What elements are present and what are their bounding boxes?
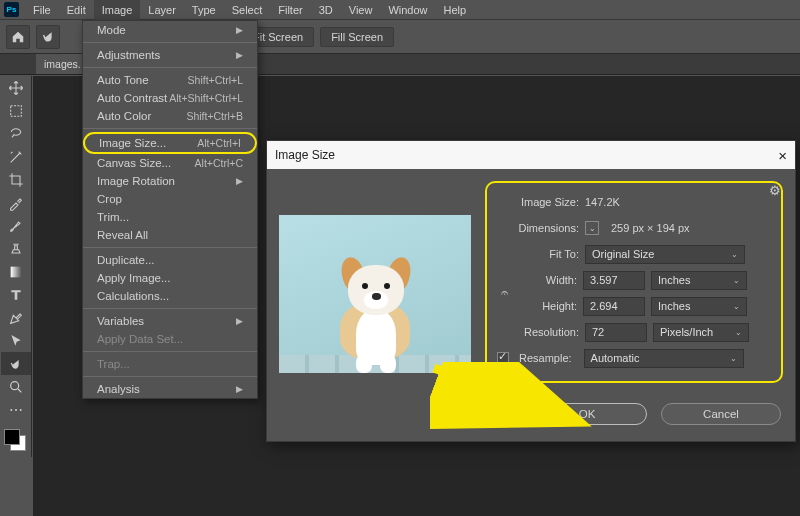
type-tool-icon[interactable] (1, 283, 31, 306)
document-tab[interactable]: images. (36, 54, 89, 74)
menu-layer[interactable]: Layer (140, 0, 184, 20)
menu-select[interactable]: Select (224, 0, 271, 20)
pen-tool-icon[interactable] (1, 306, 31, 329)
brush-tool-icon[interactable] (1, 214, 31, 237)
menu-item-image-rotation[interactable]: Image Rotation▶ (83, 172, 257, 190)
menu-item-crop[interactable]: Crop (83, 190, 257, 208)
toolbar-more-icon[interactable]: ⋯ (1, 398, 31, 421)
image-size-value: 147.2K (585, 196, 620, 208)
menu-item-duplicate[interactable]: Duplicate... (83, 251, 257, 269)
menu-item-apply-image[interactable]: Apply Image... (83, 269, 257, 287)
dimensions-label: Dimensions: (497, 222, 579, 234)
resolution-input[interactable]: 72 (585, 323, 647, 342)
resolution-unit-select[interactable]: Pixels/Inch⌄ (653, 323, 749, 342)
move-tool-icon[interactable] (1, 76, 31, 99)
foreground-color-swatch[interactable] (4, 429, 20, 445)
svg-rect-1 (10, 266, 21, 277)
image-size-label: Image Size: (497, 196, 579, 208)
magic-wand-tool-icon[interactable] (1, 145, 31, 168)
puppy-illustration (320, 253, 430, 373)
menu-item-mode[interactable]: Mode▶ (83, 21, 257, 39)
menu-item-variables[interactable]: Variables▶ (83, 312, 257, 330)
menu-view[interactable]: View (341, 0, 381, 20)
fill-screen-button[interactable]: Fill Screen (320, 27, 394, 47)
dialog-titlebar: Image Size × (267, 141, 795, 169)
settings-panel: Image Size: 147.2K Dimensions: ⌄ 259 px … (485, 181, 783, 383)
lasso-tool-icon[interactable] (1, 122, 31, 145)
zoom-tool-icon[interactable] (1, 375, 31, 398)
menu-item-trap: Trap... (83, 355, 257, 373)
image-menu-dropdown: Mode▶ Adjustments▶ Auto ToneShift+Ctrl+L… (82, 20, 258, 399)
menu-item-auto-tone[interactable]: Auto ToneShift+Ctrl+L (83, 71, 257, 89)
gradient-tool-icon[interactable] (1, 260, 31, 283)
menu-file[interactable]: File (25, 0, 59, 20)
resample-label: Resample: (519, 352, 572, 364)
height-unit-select[interactable]: Inches⌄ (651, 297, 747, 316)
marquee-tool-icon[interactable] (1, 99, 31, 122)
resolution-label: Resolution: (497, 326, 579, 338)
menu-filter[interactable]: Filter (270, 0, 310, 20)
menu-item-image-size[interactable]: Image Size...Alt+Ctrl+I (83, 132, 257, 154)
svg-point-2 (10, 381, 18, 389)
menu-item-reveal-all[interactable]: Reveal All (83, 226, 257, 244)
menu-item-auto-contrast[interactable]: Auto ContrastAlt+Shift+Ctrl+L (83, 89, 257, 107)
fit-to-select[interactable]: Original Size⌄ (585, 245, 745, 264)
menu-item-trim[interactable]: Trim... (83, 208, 257, 226)
width-input[interactable]: 3.597 (583, 271, 645, 290)
resample-select[interactable]: Automatic⌄ (584, 349, 744, 368)
menu-item-adjustments[interactable]: Adjustments▶ (83, 46, 257, 64)
image-preview (279, 215, 471, 373)
menu-image[interactable]: Image (94, 0, 141, 20)
menu-type[interactable]: Type (184, 0, 224, 20)
ok-button[interactable]: OK (527, 403, 647, 425)
eyedropper-tool-icon[interactable] (1, 191, 31, 214)
resample-checkbox[interactable] (497, 352, 509, 364)
clone-stamp-tool-icon[interactable] (1, 237, 31, 260)
menu-help[interactable]: Help (436, 0, 475, 20)
dimensions-value: 259 px × 194 px (611, 222, 690, 234)
width-label: Width: (511, 274, 577, 286)
menu-item-apply-data-set: Apply Data Set... (83, 330, 257, 348)
gear-icon[interactable]: ⚙ (769, 183, 781, 198)
hand-tool-icon[interactable] (1, 352, 31, 375)
toolbox: ⋯ (0, 76, 32, 457)
menu-item-auto-color[interactable]: Auto ColorShift+Ctrl+B (83, 107, 257, 125)
dialog-title: Image Size (275, 148, 335, 162)
close-icon[interactable]: × (778, 147, 787, 164)
menu-window[interactable]: Window (380, 0, 435, 20)
menu-edit[interactable]: Edit (59, 0, 94, 20)
dimensions-unit-icon[interactable]: ⌄ (585, 221, 599, 235)
menu-item-calculations[interactable]: Calculations... (83, 287, 257, 305)
hand-tool-icon[interactable] (36, 25, 60, 49)
cancel-button[interactable]: Cancel (661, 403, 781, 425)
menu-item-canvas-size[interactable]: Canvas Size...Alt+Ctrl+C (83, 154, 257, 172)
constrain-proportions-icon[interactable]: 𝄐 (497, 273, 511, 313)
height-label: Height: (511, 300, 577, 312)
home-icon[interactable] (6, 25, 30, 49)
svg-rect-0 (10, 105, 21, 116)
width-unit-select[interactable]: Inches⌄ (651, 271, 747, 290)
menu-3d[interactable]: 3D (311, 0, 341, 20)
menu-bar: Ps File Edit Image Layer Type Select Fil… (0, 0, 800, 20)
fit-to-label: Fit To: (497, 248, 579, 260)
height-input[interactable]: 2.694 (583, 297, 645, 316)
app-logo: Ps (4, 2, 19, 17)
path-select-tool-icon[interactable] (1, 329, 31, 352)
crop-tool-icon[interactable] (1, 168, 31, 191)
image-size-dialog: Image Size × ⚙ Image Size: 147.2K (266, 140, 796, 442)
menu-item-analysis[interactable]: Analysis▶ (83, 380, 257, 398)
